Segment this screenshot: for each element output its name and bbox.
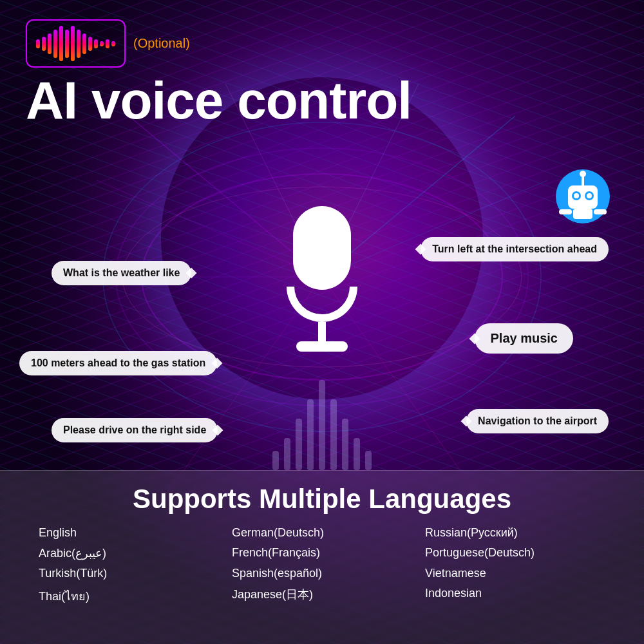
bubble-turn: Turn left at the intersection ahead bbox=[421, 237, 609, 261]
bar-8 bbox=[77, 30, 80, 58]
language-item-0: English bbox=[39, 526, 219, 540]
mic-head bbox=[293, 206, 351, 290]
language-item-3: Arabic(عيبرع) bbox=[39, 546, 219, 560]
bar-6 bbox=[65, 30, 69, 58]
bar-3 bbox=[48, 33, 52, 54]
mic-base bbox=[296, 341, 348, 352]
mic-stand bbox=[287, 290, 357, 352]
language-item-4: French(Français) bbox=[232, 546, 412, 560]
bubble-music: Play music bbox=[475, 323, 573, 354]
bar-11 bbox=[94, 39, 98, 48]
language-item-1: German(Deutsch) bbox=[232, 526, 412, 540]
bar-12 bbox=[100, 41, 104, 46]
languages-title: Supports Multiple Languages bbox=[39, 484, 605, 515]
language-item-2: Russian(Русский) bbox=[425, 526, 605, 540]
language-item-10: Japanese(日本) bbox=[232, 587, 412, 605]
bar-5 bbox=[59, 26, 63, 61]
language-item-9: Thai(ไทย) bbox=[39, 587, 219, 605]
page-title: AI voice control bbox=[26, 74, 618, 127]
mic-arc bbox=[287, 287, 357, 322]
language-item-11: Indonesian bbox=[425, 587, 605, 605]
languages-section: Supports Multiple Languages EnglishGerma… bbox=[0, 470, 644, 644]
bar-2 bbox=[42, 37, 46, 51]
soundwave-box bbox=[26, 19, 126, 68]
svg-rect-22 bbox=[559, 209, 572, 214]
bar-4 bbox=[53, 30, 57, 58]
languages-grid: EnglishGerman(Deutsch)Russian(Русский)Ar… bbox=[39, 526, 605, 605]
language-item-8: Vietnamese bbox=[425, 567, 605, 580]
svg-point-20 bbox=[580, 171, 586, 177]
language-item-6: Turkish(Türk) bbox=[39, 567, 219, 580]
svg-point-17 bbox=[574, 193, 579, 198]
bubble-gas: 100 meters ahead to the gas station bbox=[19, 351, 217, 375]
svg-point-18 bbox=[587, 193, 592, 198]
bar-10 bbox=[88, 37, 92, 51]
bubble-nav: Navigation to the airport bbox=[466, 409, 609, 433]
robot-icon bbox=[554, 167, 612, 225]
mic-pole bbox=[318, 322, 326, 341]
top-section: (Optional) AI voice control bbox=[26, 19, 618, 127]
bar-14 bbox=[111, 41, 115, 46]
bar-7 bbox=[71, 26, 75, 61]
eq-bars-bg bbox=[272, 380, 372, 470]
bar-9 bbox=[82, 33, 86, 54]
bubble-weather: What is the weather like bbox=[52, 261, 191, 285]
microphone bbox=[270, 206, 374, 352]
bubble-drive: Please drive on the right side bbox=[52, 418, 218, 442]
language-item-5: Portuguese(Deutsch) bbox=[425, 546, 605, 560]
svg-rect-23 bbox=[594, 209, 607, 214]
bar-13 bbox=[106, 39, 109, 48]
svg-rect-21 bbox=[573, 209, 592, 219]
optional-label: (Optional) bbox=[133, 36, 190, 51]
language-item-7: Spanish(español) bbox=[232, 567, 412, 580]
bar-1 bbox=[36, 39, 40, 48]
